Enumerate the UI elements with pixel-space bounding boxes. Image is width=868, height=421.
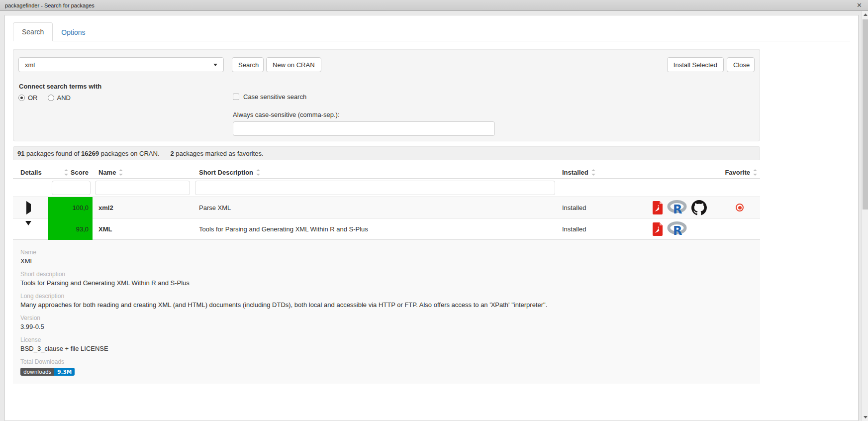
detail-license-value: BSD_3_clause + file LICENSE [20, 345, 750, 352]
detail-long-description-value: Many approaches for both reading and cre… [20, 301, 750, 309]
case-sensitivity-group: Case sensitive search Always case-sensit… [233, 93, 495, 136]
search-term-value: xml [25, 61, 213, 69]
favorite-marker-icon[interactable] [736, 204, 744, 211]
installed-status: Installed [562, 225, 645, 233]
favorites-count: 2 [171, 150, 174, 157]
radio-or[interactable] [18, 95, 25, 101]
table-filter-row [13, 179, 760, 197]
col-header-short-description[interactable]: Short Description [195, 169, 562, 176]
sort-icon [591, 169, 595, 176]
downloads-badge-value: 9.3M [54, 368, 75, 376]
package-name: XML [93, 225, 195, 233]
detail-version-label: Version [20, 315, 750, 321]
downloads-badge[interactable]: downloads 9.3M [20, 368, 75, 376]
col-header-name-label: Name [98, 169, 116, 176]
col-header-details-label: Details [20, 169, 42, 176]
total-count: 16269 [81, 150, 99, 157]
found-text: packages found of [24, 150, 81, 157]
app-window: Search Options xml Search New on CRAN In… [4, 15, 859, 421]
r-project-icon[interactable]: R [667, 221, 687, 236]
close-button[interactable]: Close [727, 57, 755, 72]
svg-text:R: R [673, 224, 682, 236]
col-header-installed-label: Installed [562, 169, 588, 176]
arrow-up-icon [864, 13, 868, 16]
always-case-sensitive-input[interactable] [233, 121, 495, 136]
expand-row-icon[interactable] [26, 201, 31, 214]
tab-bar: Search Options [13, 21, 850, 41]
package-links: R [645, 221, 719, 236]
window-scrollbar[interactable] [862, 11, 868, 421]
search-term-select[interactable]: xml [18, 57, 224, 72]
pdf-icon[interactable] [653, 222, 663, 236]
always-case-sensitive-label: Always case-sensitive (comma-sep.): [233, 111, 495, 118]
col-header-installed[interactable]: Installed [562, 169, 645, 176]
tab-options[interactable]: Options [53, 23, 94, 41]
window-titlebar: packagefinder - Search for packages ✕ [0, 0, 868, 11]
package-short-description: Tools for Parsing and Generating XML Wit… [195, 225, 562, 233]
col-header-favorite[interactable]: Favorite [719, 169, 760, 176]
collapse-row-icon[interactable] [25, 221, 31, 233]
search-controls-row: xml Search New on CRAN Install Selected … [18, 57, 755, 72]
detail-short-description-label: Short description [20, 271, 750, 278]
window-close-icon[interactable]: ✕ [857, 2, 862, 8]
new-on-cran-button[interactable]: New on CRAN [266, 57, 321, 72]
package-links: R [645, 200, 719, 215]
case-sensitive-checkbox[interactable] [233, 94, 239, 100]
detail-total-downloads-label: Total Downloads [20, 358, 750, 365]
radio-and-label: AND [57, 94, 71, 102]
github-icon[interactable] [691, 200, 707, 215]
arrow-down-icon [864, 416, 868, 419]
package-short-description: Parse XML [195, 204, 562, 211]
detail-short-description-value: Tools for Parsing and Generating XML Wit… [20, 279, 750, 287]
radio-or-label: OR [28, 94, 38, 102]
scrollbar-up-button[interactable] [862, 11, 868, 18]
install-selected-button[interactable]: Install Selected [667, 57, 724, 72]
col-header-favorite-label: Favorite [725, 169, 750, 176]
short-description-filter-input[interactable] [195, 181, 555, 195]
r-project-icon[interactable]: R [667, 200, 687, 215]
search-button[interactable]: Search [232, 57, 264, 72]
name-filter-input[interactable] [95, 181, 190, 195]
svg-text:R: R [673, 203, 682, 215]
scrollbar-thumb[interactable] [863, 19, 868, 210]
detail-name-label: Name [20, 249, 750, 256]
col-header-score[interactable]: Score [48, 169, 93, 176]
downloads-badge-label: downloads [20, 368, 54, 376]
results-table: Details Score Name Short Description Ins… [13, 166, 760, 384]
installed-status: Installed [562, 204, 645, 211]
sort-icon [256, 169, 260, 176]
total-text: packages on CRAN. [99, 150, 159, 157]
radio-and[interactable] [48, 95, 54, 101]
favorites-text: packages marked as favorites. [174, 150, 264, 157]
package-detail-panel: Name XML Short description Tools for Par… [13, 240, 760, 384]
score-filter-input[interactable] [52, 181, 91, 195]
detail-long-description-label: Long description [20, 293, 750, 300]
package-name: xml2 [93, 204, 195, 211]
score-badge: 100,0 [48, 197, 93, 218]
sort-icon [753, 169, 757, 176]
scrollbar-down-button[interactable] [862, 414, 868, 421]
col-header-details[interactable]: Details [13, 169, 48, 176]
col-header-short-description-label: Short Description [199, 169, 253, 176]
search-panel: xml Search New on CRAN Install Selected … [13, 49, 760, 141]
col-header-score-label: Score [71, 169, 89, 176]
found-count: 91 [17, 150, 24, 157]
status-bar: 91 packages found of 16269 packages on C… [13, 146, 760, 160]
sort-icon [119, 169, 123, 176]
case-sensitive-label: Case sensitive search [243, 93, 306, 101]
table-row: 100,0 xml2 Parse XML Installed R [13, 197, 760, 218]
window-title: packagefinder - Search for packages [5, 2, 95, 8]
pdf-icon[interactable] [653, 201, 663, 214]
detail-name-value: XML [20, 257, 750, 265]
detail-version-value: 3.99-0.5 [20, 323, 750, 330]
tab-search[interactable]: Search [13, 22, 53, 41]
col-header-name[interactable]: Name [93, 169, 195, 176]
score-badge: 93,0 [48, 218, 93, 240]
connect-search-terms-label: Connect search terms with [19, 83, 755, 90]
table-row: 93,0 XML Tools for Parsing and Generatin… [13, 218, 760, 240]
table-header-row: Details Score Name Short Description Ins… [13, 166, 760, 179]
sort-icon [64, 169, 68, 176]
dropdown-caret-icon [213, 64, 217, 66]
detail-license-label: License [20, 336, 750, 343]
